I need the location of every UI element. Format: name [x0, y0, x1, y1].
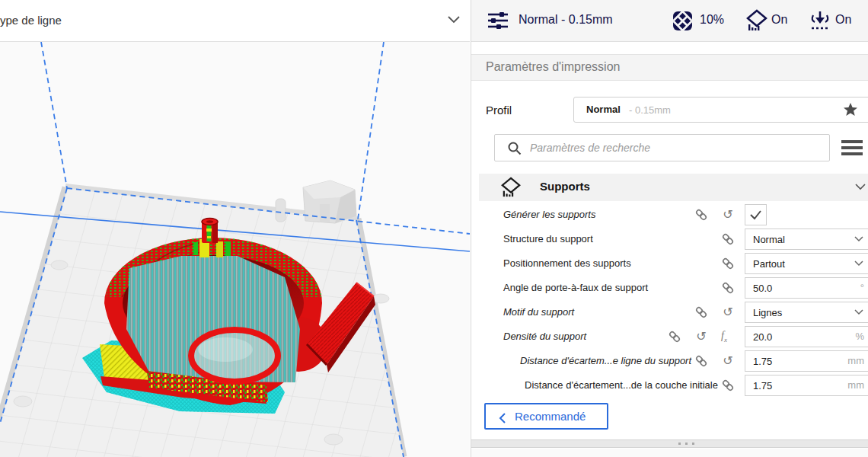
input-value: 50.0 [753, 283, 772, 294]
chevron-down-icon [854, 309, 863, 315]
setting-row: Positionnement des supports Partout [471, 251, 868, 276]
print-setup-panel: Normal - 0.15mm 10% On On [471, 0, 868, 457]
panel-below-area [471, 449, 868, 457]
setting-row: Générer les supports ↺ [471, 203, 868, 227]
link-icon[interactable] [668, 330, 681, 344]
setting-label: Densité du support [503, 331, 586, 342]
view-mode-dropdown[interactable]: ype de ligne [0, 0, 470, 42]
generate-supports-checkbox[interactable] [745, 204, 767, 225]
fx-icon[interactable]: fx [721, 330, 735, 344]
setting-label: Angle de porte-à-faux de support [503, 282, 648, 293]
dropdown-value: Lignes [753, 307, 782, 318]
chevron-down-icon [448, 16, 460, 24]
section-title: Supports [540, 180, 590, 193]
unit-label: mm [847, 379, 864, 391]
revert-icon[interactable]: ↺ [721, 208, 735, 222]
link-icon[interactable] [721, 379, 735, 392]
drag-dots-icon [678, 443, 694, 445]
dropdown-value: Partout [753, 258, 785, 270]
setting-row: Angle de porte-à-faux de support 50.0 ° [471, 276, 868, 300]
link-icon[interactable] [721, 232, 735, 246]
recommended-mode-button[interactable]: Recommandé [484, 403, 608, 430]
setting-label: Distance d'écartem...e ligne du support [520, 355, 691, 366]
recommended-label: Recommandé [515, 410, 586, 423]
profile-suffix: - 0.15mm [629, 104, 671, 116]
unit-label: ° [860, 282, 864, 293]
star-icon[interactable] [843, 102, 858, 117]
setting-label: Distance d'écartement...de la couche ini… [525, 379, 718, 391]
support-angle-input[interactable]: 50.0 [745, 277, 868, 299]
setting-row: Densité du support ↺ fx 20.0 % [471, 324, 868, 349]
setting-row: Motif du support ↺ Lignes [471, 300, 868, 324]
link-icon[interactable] [721, 257, 735, 270]
panel-title-bar: Paramètres d'impression [471, 54, 868, 81]
chevron-left-icon [498, 412, 507, 424]
infill-grid-icon [672, 11, 693, 31]
chevron-down-icon [854, 260, 863, 267]
revert-icon[interactable]: ↺ [721, 354, 735, 368]
profile-label: Profil [486, 104, 512, 117]
print-setup-summary-bar[interactable]: Normal - 0.15mm 10% On On [471, 0, 868, 42]
profile-summary: Normal - 0.15mm [519, 13, 613, 27]
section-header-supports[interactable]: Supports [479, 174, 868, 201]
setting-label: Structure du support [503, 233, 593, 244]
search-box[interactable] [494, 134, 830, 161]
input-value: 20.0 [753, 331, 772, 343]
setting-row: Structure du support Normal [471, 227, 868, 251]
support-icon [745, 9, 768, 32]
support-pattern-dropdown[interactable]: Lignes [745, 302, 868, 323]
panel-resize-handle[interactable] [471, 439, 868, 448]
chevron-down-icon [854, 236, 863, 242]
hamburger-menu-icon[interactable] [841, 140, 863, 155]
dropdown-value: Normal [753, 234, 785, 245]
model-cylinder [202, 219, 218, 244]
infill-value: 10% [700, 13, 724, 27]
view-mode-label: ype de ligne [0, 14, 62, 27]
setting-label: Générer les supports [503, 209, 595, 220]
adhesion-icon [809, 9, 831, 32]
build-plate-scene [0, 42, 470, 457]
input-value: 1.75 [753, 356, 772, 367]
support-placement-dropdown[interactable]: Partout [745, 253, 868, 274]
viewport-3d[interactable]: ype de ligne [0, 0, 470, 457]
search-input[interactable] [530, 136, 819, 160]
link-icon[interactable] [721, 281, 735, 295]
revert-icon[interactable]: ↺ [694, 330, 708, 344]
link-icon[interactable] [694, 305, 708, 319]
link-icon[interactable] [694, 354, 708, 368]
revert-icon[interactable]: ↺ [721, 305, 735, 319]
search-icon [507, 141, 522, 156]
support-value: On [771, 13, 787, 27]
profile-value: Normal [586, 104, 621, 115]
setting-row: Distance d'écartem...e ligne du support … [471, 349, 868, 373]
sliders-icon [487, 10, 509, 31]
setting-label: Motif du support [503, 306, 574, 318]
support-structure-dropdown[interactable]: Normal [745, 228, 868, 250]
support-icon [500, 177, 522, 198]
link-icon[interactable] [694, 208, 708, 222]
setting-label: Positionnement des supports [503, 257, 631, 269]
panel-title: Paramètres d'impression [486, 60, 620, 74]
unit-label: % [855, 331, 864, 342]
setting-row: Distance d'écartement...de la couche ini… [471, 373, 868, 398]
input-value: 1.75 [753, 380, 772, 391]
profile-select[interactable]: Normal - 0.15mm [573, 97, 868, 123]
unit-label: mm [847, 355, 864, 366]
adhesion-value: On [835, 13, 851, 27]
support-density-input[interactable]: 20.0 [745, 326, 868, 347]
chevron-down-icon [855, 184, 866, 190]
